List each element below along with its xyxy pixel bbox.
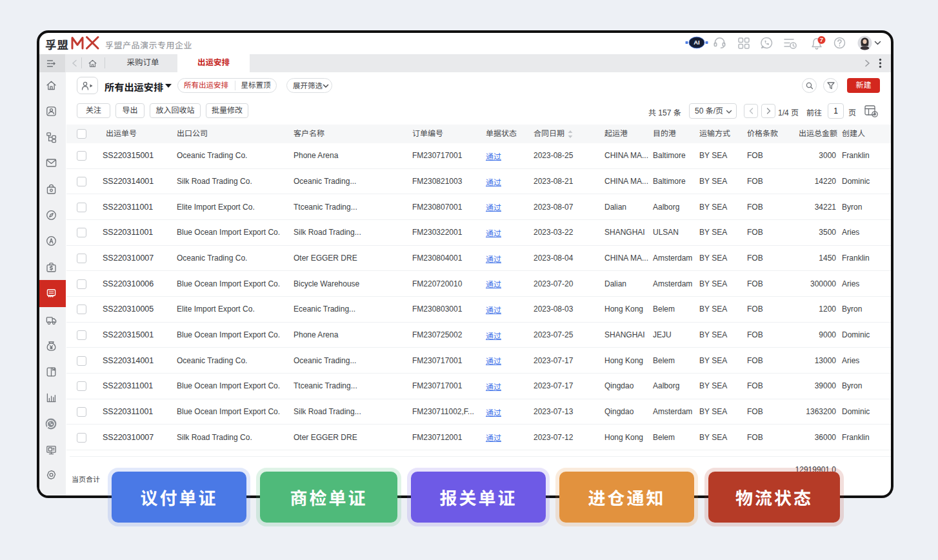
svg-text:AI: AI: [694, 39, 700, 46]
svg-text:7: 7: [820, 36, 823, 43]
